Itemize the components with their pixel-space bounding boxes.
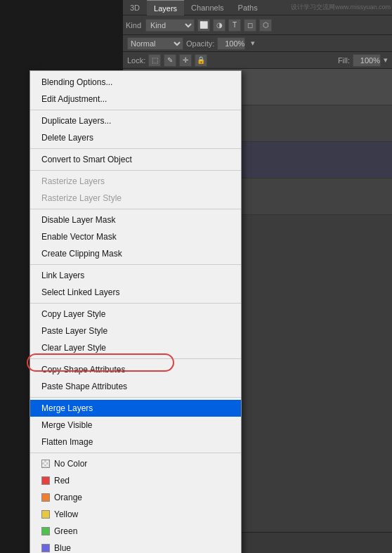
no-color-swatch [41, 460, 50, 468]
green-swatch [41, 527, 50, 535]
fill-label: Fill: [338, 56, 350, 65]
watermark: 设计学习交流网www.missyuan.com [291, 3, 391, 12]
separator [30, 170, 241, 171]
menu-paste-layer-style[interactable]: Paste Layer Style [30, 323, 241, 339]
tab-3d[interactable]: 3D [123, 0, 147, 15]
menu-blending-options[interactable]: Blending Options... [30, 74, 241, 91]
opacity-input[interactable] [217, 37, 245, 50]
menu-merge-layers[interactable]: Merge Layers [30, 400, 241, 417]
menu-delete-layers[interactable]: Delete Layers [30, 129, 241, 146]
context-menu: Blending Options... Edit Adjustment... D… [30, 70, 242, 553]
shape-filter-icon[interactable]: ◻ [244, 19, 256, 32]
blend-mode-select[interactable]: Normal [127, 37, 183, 50]
smart-filter-icon[interactable]: ⬡ [259, 19, 272, 32]
menu-rasterize-layer-style[interactable]: Rasterize Layer Style [30, 190, 241, 207]
menu-no-color[interactable]: No Color [30, 455, 241, 472]
type-filter-icon[interactable]: T [228, 19, 241, 32]
separator [30, 209, 241, 209]
menu-copy-layer-style[interactable]: Copy Layer Style [30, 306, 241, 323]
menu-copy-shape-attributes[interactable]: Copy Shape Attributes [30, 361, 241, 378]
menu-paste-shape-attributes[interactable]: Paste Shape Attributes [30, 378, 241, 395]
lock-paint-icon[interactable]: ✎ [164, 54, 176, 67]
adjustment-filter-icon[interactable]: ◑ [213, 19, 226, 32]
menu-clear-layer-style[interactable]: Clear Layer Style [30, 339, 241, 356]
menu-disable-layer-mask[interactable]: Disable Layer Mask [30, 212, 241, 228]
tab-layers[interactable]: Layers [147, 0, 184, 15]
blue-swatch [41, 544, 50, 552]
yellow-swatch [41, 510, 50, 519]
separator [30, 303, 241, 304]
menu-duplicate-layers[interactable]: Duplicate Layers... [30, 112, 241, 129]
lock-move-icon[interactable]: ✛ [179, 54, 192, 67]
menu-link-layers[interactable]: Link Layers [30, 267, 241, 284]
lock-label: Lock: [127, 56, 145, 65]
separator [30, 110, 241, 110]
fill-chevron: ▾ [384, 56, 388, 65]
separator [30, 397, 241, 398]
menu-select-linked-layers[interactable]: Select Linked Layers [30, 284, 241, 301]
percent-icon: ▾ [251, 39, 255, 48]
menu-rasterize-layers[interactable]: Rasterize Layers [30, 173, 241, 190]
pixel-filter-icon[interactable]: ⬜ [197, 19, 210, 32]
kind-label: Kind [126, 21, 141, 30]
menu-create-clipping-mask[interactable]: Create Clipping Mask [30, 245, 241, 262]
lock-all-icon[interactable]: 🔒 [195, 54, 207, 67]
opacity-label: Opacity: [186, 39, 214, 48]
separator [30, 358, 241, 359]
menu-edit-adjustment[interactable]: Edit Adjustment... [30, 91, 241, 108]
menu-enable-vector-mask[interactable]: Enable Vector Mask [30, 228, 241, 245]
menu-green[interactable]: Green [30, 523, 241, 540]
red-swatch [41, 476, 50, 485]
kind-select[interactable]: Kind [145, 19, 195, 32]
menu-merge-visible[interactable]: Merge Visible [30, 417, 241, 434]
tabs-bar: 3D Layers Channels Paths 设计学习交流网www.miss… [123, 0, 392, 15]
separator [30, 453, 241, 453]
opacity-row: Normal Opacity: ▾ [123, 35, 392, 52]
menu-flatten-image[interactable]: Flatten Image [30, 434, 241, 450]
separator [30, 148, 241, 149]
tab-channels[interactable]: Channels [184, 0, 230, 15]
lock-transparent-icon[interactable]: ⬚ [148, 54, 161, 67]
menu-blue[interactable]: Blue [30, 540, 241, 553]
menu-convert-smart-object[interactable]: Convert to Smart Object [30, 151, 241, 168]
menu-orange[interactable]: Orange [30, 489, 241, 506]
menu-yellow[interactable]: Yellow [30, 506, 241, 523]
separator [30, 264, 241, 265]
fill-input[interactable] [353, 54, 381, 67]
menu-red[interactable]: Red [30, 472, 241, 489]
lock-row: Lock: ⬚ ✎ ✛ 🔒 Fill: ▾ [123, 52, 392, 69]
layers-toolbar: Kind Kind ⬜ ◑ T ◻ ⬡ [123, 15, 392, 35]
orange-swatch [41, 493, 50, 502]
tab-paths[interactable]: Paths [231, 0, 265, 15]
